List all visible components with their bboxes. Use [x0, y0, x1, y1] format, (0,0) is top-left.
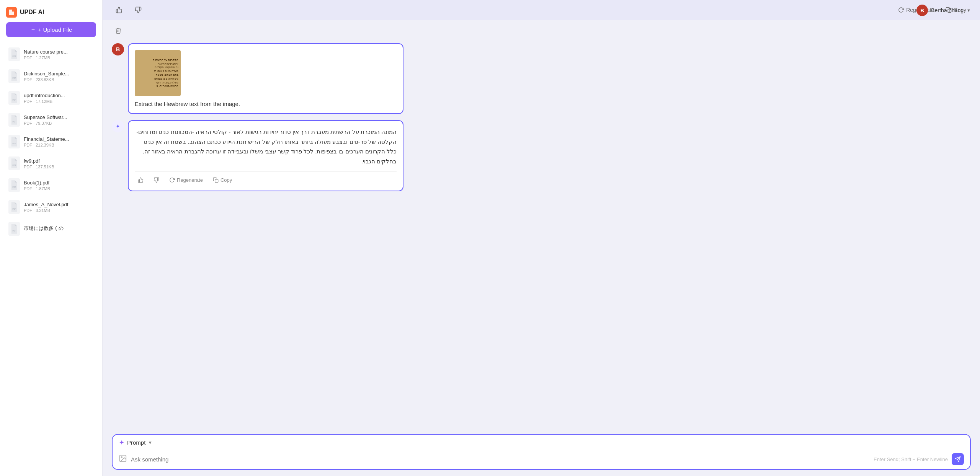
regenerate-action-icon — [169, 177, 175, 183]
file-name: Book(1).pdf — [24, 180, 94, 186]
toolbar-actions-left — [112, 5, 145, 15]
thumbs-up-icon — [116, 7, 122, 13]
svg-rect-13 — [215, 179, 218, 183]
file-info: Nature course pre... PDF · 1.27MB — [24, 49, 94, 60]
file-icon: PDF — [8, 156, 20, 170]
user-message-card: המקרנת על הרישתות ירות רגישות לאור — ום … — [128, 43, 403, 114]
file-size: PDF · 137.51KB — [24, 165, 94, 169]
file-item[interactable]: PDF updf-introduction... PDF · 17.12MB — [2, 87, 100, 109]
file-info: Superace Softwar... PDF · 79.37KB — [24, 114, 94, 126]
delete-icon-area — [103, 20, 980, 36]
file-size: PDF · 212.39KB — [24, 143, 94, 147]
svg-text:PDF: PDF — [12, 121, 16, 123]
file-info: fw9.pdf PDF · 137.51KB — [24, 158, 94, 169]
file-name: Financial_Stateme... — [24, 136, 94, 142]
chevron-down-icon: ▼ — [148, 440, 152, 445]
ai-response-text: המונה המוכרת על הרשתית מעברת דרך אין סדו… — [135, 127, 397, 166]
svg-text:PDF: PDF — [12, 165, 16, 166]
file-info: James_A_Novel.pdf PDF · 3.31MB — [24, 202, 94, 213]
file-icon: PDF — [8, 47, 20, 61]
sidebar: UPDF AI ＋ + Upload File PDF Nature cours… — [0, 0, 103, 476]
ai-message-block: ✦ המונה המוכרת על הרשתית מעברת דרך אין ס… — [112, 120, 971, 191]
top-toolbar: Regenerate Copy — [103, 0, 980, 20]
user-message-block: B המקרנת על הרישתות ירות רגישות לאור — ו… — [112, 43, 971, 114]
file-icon: PDF — [8, 222, 20, 236]
delete-button[interactable] — [112, 26, 125, 36]
file-item[interactable]: PDF Financial_Stateme... PDF · 212.39KB — [2, 131, 100, 152]
file-item[interactable]: PDF fw9.pdf PDF · 137.51KB — [2, 153, 100, 174]
file-name: 市場には数多くの — [24, 225, 94, 232]
ask-input[interactable] — [131, 456, 870, 463]
thumbs-down-button[interactable] — [131, 5, 145, 15]
svg-text:PDF: PDF — [12, 55, 16, 57]
file-name: Dickinson_Sample... — [24, 71, 94, 77]
user-name: Bertha Zhang — [931, 7, 964, 13]
message-actions: Regenerate Copy — [135, 171, 397, 184]
svg-text:PDF: PDF — [12, 77, 16, 79]
ai-avatar: ✦ — [112, 120, 124, 132]
file-info: 市場には数多くの — [24, 225, 94, 233]
ai-response-card: המונה המוכרת על הרשתית מעברת דרך אין סדו… — [128, 120, 403, 191]
svg-text:PDF: PDF — [12, 99, 16, 101]
file-size: PDF · 79.37KB — [24, 121, 94, 126]
prompt-area: Prompt ▼ Enter Send; Shift + Enter Newli… — [112, 434, 971, 470]
file-size: PDF · 17.12MB — [24, 99, 94, 104]
file-item[interactable]: PDF Nature course pre... PDF · 1.27MB — [2, 44, 100, 65]
chevron-down-user-icon: ▼ — [967, 8, 971, 13]
chat-area: B המקרנת על הרישתות ירות רגישות לאור — ו… — [103, 36, 980, 428]
file-name: updf-introduction... — [24, 93, 94, 98]
prompt-header[interactable]: Prompt ▼ — [113, 435, 970, 449]
file-item[interactable]: PDF Book(1).pdf PDF · 1.87MB — [2, 174, 100, 196]
copy-action-button[interactable]: Copy — [210, 176, 235, 184]
thumbs-down-icon — [135, 7, 142, 13]
file-icon: PDF — [8, 69, 20, 83]
user-message-prompt: Extract the Hewbrew text from the image. — [135, 101, 397, 107]
send-button[interactable] — [952, 453, 964, 465]
thumbs-up-button[interactable] — [112, 5, 126, 15]
svg-text:PDF: PDF — [12, 208, 16, 210]
svg-text:PDF: PDF — [12, 143, 16, 145]
sparkle-icon — [119, 440, 125, 446]
file-info: Financial_Stateme... PDF · 212.39KB — [24, 136, 94, 147]
file-item[interactable]: PDF James_A_Novel.pdf PDF · 3.31MB — [2, 196, 100, 218]
hebrew-text-image: המקרנת על הרישתות ירות רגישות לאור — ום … — [137, 58, 178, 88]
main-content: Regenerate Copy B המקרנת על הרישתות ירות… — [103, 0, 980, 476]
file-icon: PDF — [8, 91, 20, 105]
file-item[interactable]: PDF Superace Softwar... PDF · 79.37KB — [2, 109, 100, 130]
file-icon: PDF — [8, 200, 20, 214]
user-avatar: B — [112, 43, 124, 55]
regenerate-icon — [898, 7, 904, 13]
user-avatar-small: B — [916, 5, 928, 16]
thumbs-up-action-button[interactable] — [135, 176, 147, 184]
thumbs-down-action-button[interactable] — [150, 176, 162, 184]
file-info: Book(1).pdf PDF · 1.87MB — [24, 180, 94, 191]
file-icon: PDF — [8, 178, 20, 192]
input-hint-text: Enter Send; Shift + Enter Newline — [874, 456, 948, 462]
file-size: PDF · 1.27MB — [24, 55, 94, 60]
thumbs-down-action-icon — [154, 177, 159, 183]
copy-action-icon — [213, 177, 219, 183]
ai-logo-icon: ✦ — [112, 120, 124, 132]
image-icon — [119, 454, 127, 465]
app-logo — [6, 7, 17, 18]
file-item[interactable]: PDF 市場には数多くの — [2, 218, 100, 240]
trash-icon — [115, 27, 122, 34]
file-info: updf-introduction... PDF · 17.12MB — [24, 93, 94, 104]
file-name: James_A_Novel.pdf — [24, 202, 94, 207]
svg-text:✦: ✦ — [116, 123, 120, 129]
file-size: PDF · 1.87MB — [24, 186, 94, 191]
file-name: Nature course pre... — [24, 49, 94, 55]
prompt-label: Prompt — [127, 439, 145, 446]
svg-text:PDF: PDF — [12, 230, 16, 232]
sidebar-header: UPDF AI — [0, 0, 102, 22]
regenerate-action-button[interactable]: Regenerate — [166, 176, 206, 184]
file-item[interactable]: PDF Dickinson_Sample... PDF · 233.83KB — [2, 65, 100, 87]
file-icon: PDF — [8, 135, 20, 148]
hebrew-image: המקרנת על הרישתות ירות רגישות לאור — ום … — [135, 50, 181, 96]
file-info: Dickinson_Sample... PDF · 233.83KB — [24, 71, 94, 82]
upload-file-button[interactable]: ＋ + Upload File — [6, 22, 96, 37]
file-icon: PDF — [8, 113, 20, 127]
thumbs-up-action-icon — [138, 177, 144, 183]
file-name: Superace Softwar... — [24, 114, 94, 120]
user-area[interactable]: B Bertha Zhang ▼ — [916, 5, 971, 16]
